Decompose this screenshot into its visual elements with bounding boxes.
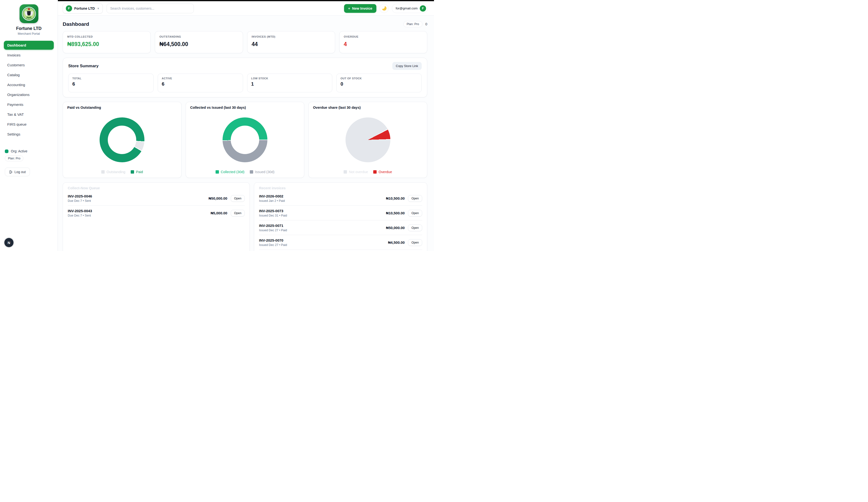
org-selector-name: Fortune LTD xyxy=(74,7,95,10)
invoice-row: INV-2025-0073 Issued Dec 31 • Paid ₦10,5… xyxy=(259,206,422,221)
store-card-low-stock: LOW STOCK 1 xyxy=(247,73,332,92)
sidebar-item-firs-queue[interactable]: FIRS queue xyxy=(4,120,54,129)
invoice-id: INV-2026-0002 xyxy=(259,194,285,198)
sidebar-item-tax-vat[interactable]: Tax & VAT xyxy=(4,110,54,119)
org-branding: Fortune LTD Merchant Portal xyxy=(4,4,54,35)
invoice-id: INV-2025-0070 xyxy=(259,238,287,242)
doughnut-hole xyxy=(108,126,136,154)
legend-label: Paid xyxy=(136,170,143,174)
plan-badge: Plan: Pro xyxy=(403,21,422,27)
sidebar-item-payments[interactable]: Payments xyxy=(4,100,54,109)
new-invoice-button[interactable]: + New Invoice xyxy=(344,4,376,13)
dashboard-content: Dashboard Plan: Pro 0 MTD COLLECTED ₦893… xyxy=(58,16,434,251)
topbar-actions: + New Invoice for@gmail.com F xyxy=(344,4,428,13)
stat-value: 44 xyxy=(252,41,331,48)
chevron-down-icon: ▼ xyxy=(97,7,100,10)
sidebar-item-accounting[interactable]: Accounting xyxy=(4,80,54,89)
store-card-label: TOTAL xyxy=(72,77,149,80)
invoice-meta: Due Dec 7 • Sent xyxy=(68,199,92,203)
legend-item-outstanding[interactable]: Outstanding xyxy=(101,170,125,174)
invoice-info: INV-2025-0071 Issued Dec 27 • Paid xyxy=(259,224,287,232)
invoice-row: INV-2025-0068 Issued Dec 27 • Paid ₦6,45… xyxy=(259,250,422,251)
legend-item-collected[interactable]: Collected (30d) xyxy=(216,170,245,174)
invoice-actions: ₦5,000.00 Open xyxy=(210,210,245,216)
doughnut-ring xyxy=(223,117,267,162)
open-invoice-button[interactable]: Open xyxy=(408,225,422,231)
legend-label: Issued (30d) xyxy=(255,170,275,174)
panel-title: Recent invoices xyxy=(259,186,422,190)
legend-item-issued[interactable]: Issued (30d) xyxy=(250,170,275,174)
store-card-label: LOW STOCK xyxy=(251,77,328,80)
open-invoice-button[interactable]: Open xyxy=(408,210,422,216)
sidebar-item-catalog[interactable]: Catalog xyxy=(4,70,54,79)
sidebar-item-customers[interactable]: Customers xyxy=(4,61,54,70)
notification-count: 0 xyxy=(425,22,427,26)
page-header: Dashboard Plan: Pro 0 xyxy=(63,21,427,27)
legend-label: Not overdue xyxy=(349,170,368,174)
org-active-dot-icon xyxy=(5,150,8,153)
invoice-actions: ₦4,500.00 Open xyxy=(388,239,422,246)
chart-legend: Outstanding Paid xyxy=(67,170,177,174)
org-status: Org: Active xyxy=(5,149,53,153)
main-column: F Fortune LTD ▼ + New Invoice for@gmail.… xyxy=(58,0,434,251)
org-selector[interactable]: F Fortune LTD ▼ xyxy=(63,3,103,13)
search-input[interactable] xyxy=(106,3,194,13)
copy-store-link-button[interactable]: Copy Store Link xyxy=(392,62,422,70)
stat-card-invoices-mtd: INVOICES (MTD) 44 xyxy=(247,31,335,53)
notification-widget-button[interactable]: N xyxy=(4,238,13,247)
store-card-active: ACTIVE 6 xyxy=(158,73,243,92)
chart-paid-vs-outstanding: Paid vs Outstanding Outstanding Paid xyxy=(63,102,182,178)
stat-value: ₦64,500.00 xyxy=(159,41,238,48)
invoice-amount: ₦4,500.00 xyxy=(388,240,405,245)
topbar: F Fortune LTD ▼ + New Invoice for@gmail.… xyxy=(58,1,434,16)
invoice-amount: ₦50,000.00 xyxy=(386,226,405,230)
sidebar-org-name: Fortune LTD xyxy=(16,26,42,31)
open-invoice-button[interactable]: Open xyxy=(408,195,422,202)
store-card-label: ACTIVE xyxy=(162,77,239,80)
store-summary-card: Store Summary Copy Store Link TOTAL 6 AC… xyxy=(63,58,427,98)
chart-legend: Collected (30d) Issued (30d) xyxy=(190,170,300,174)
stat-card-outstanding: OUTSTANDING ₦64,500.00 xyxy=(155,31,243,53)
invoice-amount: ₦50,000.00 xyxy=(209,196,227,201)
legend-label: Outstanding xyxy=(106,170,125,174)
legend-item-not-overdue[interactable]: Not overdue xyxy=(343,170,368,174)
theme-toggle-button[interactable] xyxy=(380,4,389,13)
logout-icon xyxy=(9,170,12,174)
invoice-id: INV-2025-0071 xyxy=(259,224,287,228)
store-summary-title: Store Summary xyxy=(68,64,99,69)
invoice-amount: ₦5,000.00 xyxy=(210,211,227,215)
moon-icon xyxy=(382,6,386,11)
invoice-info: INV-2025-0073 Issued Dec 31 • Paid xyxy=(259,209,287,217)
sidebar-footer: Org: Active Plan: Pro Log out xyxy=(4,149,54,176)
legend-item-paid[interactable]: Paid xyxy=(131,170,143,174)
invoice-amount: ₦10,500.00 xyxy=(386,211,405,215)
legend-item-overdue[interactable]: Overdue xyxy=(373,170,392,174)
invoice-id: INV-2025-0043 xyxy=(68,209,92,213)
sidebar-item-invoices[interactable]: Invoices xyxy=(4,51,54,60)
doughnut-ring xyxy=(100,117,144,162)
bottom-panels: Collect-Now Queue INV-2025-0046 Due Dec … xyxy=(63,182,427,251)
stat-label: MTD COLLECTED xyxy=(67,35,146,38)
kpi-row: MTD COLLECTED ₦893,625.00 OUTSTANDING ₦6… xyxy=(63,31,427,53)
legend-swatch-icon xyxy=(101,170,105,174)
chart-legend: Not overdue Overdue xyxy=(313,170,423,174)
stat-label: OVERDUE xyxy=(344,35,423,38)
stat-label: INVOICES (MTD) xyxy=(252,35,331,38)
open-invoice-button[interactable]: Open xyxy=(231,210,245,216)
store-card-value: 6 xyxy=(72,81,149,87)
sidebar-item-organizations[interactable]: Organizations xyxy=(4,90,54,99)
sidebar-item-dashboard[interactable]: Dashboard xyxy=(4,41,54,50)
invoice-amount: ₦10,500.00 xyxy=(386,196,405,201)
sidebar-org-subtitle: Merchant Portal xyxy=(18,32,40,35)
invoice-row: INV-2026-0002 Issued Jan 2 • Paid ₦10,50… xyxy=(259,191,422,206)
account-menu[interactable]: for@gmail.com F xyxy=(392,4,428,13)
doughnut-chart xyxy=(190,110,300,170)
sidebar-item-settings[interactable]: Settings xyxy=(4,130,54,139)
open-invoice-button[interactable]: Open xyxy=(408,239,422,246)
invoice-id: INV-2025-0046 xyxy=(68,194,92,198)
stat-value: 4 xyxy=(344,41,423,48)
org-status-label: Org: Active xyxy=(11,149,27,153)
logout-button[interactable]: Log out xyxy=(5,167,30,176)
account-avatar: F xyxy=(420,5,426,12)
open-invoice-button[interactable]: Open xyxy=(231,195,245,202)
